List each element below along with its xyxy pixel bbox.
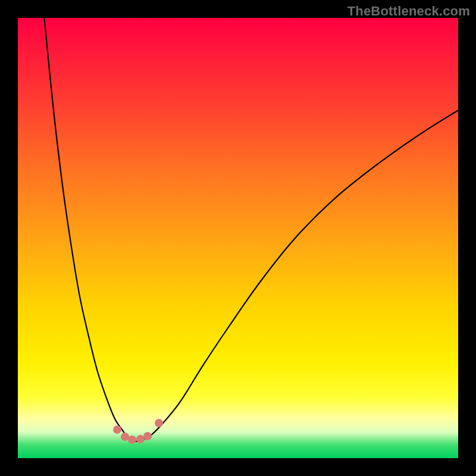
curve-right-branch — [137, 110, 458, 441]
watermark-text: TheBottleneck.com — [347, 4, 470, 19]
curve-left-branch — [44, 18, 136, 441]
plot-area — [18, 18, 458, 458]
trough-dot — [113, 425, 121, 434]
trough-dot — [155, 419, 163, 427]
curve-layer — [18, 18, 458, 458]
